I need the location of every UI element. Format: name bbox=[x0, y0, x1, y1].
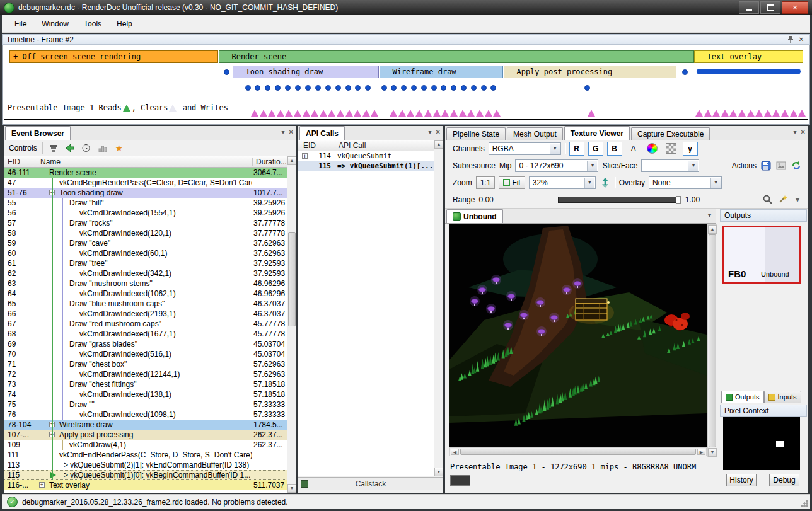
scroll-right-icon[interactable]: ▶ bbox=[697, 449, 705, 455]
read-marker-icon[interactable] bbox=[123, 105, 130, 112]
event-browser-scrollbar[interactable]: ▲ ▼ bbox=[287, 156, 296, 493]
draw-event-dot[interactable] bbox=[355, 85, 361, 91]
write-marker-triangle[interactable] bbox=[695, 110, 703, 117]
event-row[interactable]: 74vkCmdDrawIndexed(138,1)57.18518 bbox=[4, 389, 287, 399]
menu-help[interactable]: Help bbox=[110, 17, 139, 31]
event-row[interactable]: 76vkCmdDrawIndexed(1098,1)57.33333 bbox=[4, 410, 287, 420]
event-row[interactable]: 65Draw "blue mushroom caps"46.37037 bbox=[4, 299, 287, 309]
channel-alpha-button[interactable]: A bbox=[626, 142, 641, 156]
event-row[interactable]: 59Draw "cave"37.62963 bbox=[4, 238, 287, 248]
write-marker-triangle[interactable] bbox=[285, 110, 293, 117]
write-marker-triangle[interactable] bbox=[320, 110, 327, 117]
draw-event-dot[interactable] bbox=[381, 85, 387, 91]
menu-window[interactable]: Window bbox=[35, 17, 75, 31]
draw-event-dot[interactable] bbox=[584, 85, 590, 91]
write-marker-triangle[interactable] bbox=[476, 110, 484, 117]
scroll-down-icon[interactable]: ▼ bbox=[434, 468, 443, 476]
write-marker-triangle[interactable] bbox=[764, 110, 772, 117]
draw-event-dot[interactable] bbox=[471, 85, 477, 91]
statistics-icon[interactable] bbox=[97, 142, 108, 154]
time-durations-icon[interactable] bbox=[81, 142, 92, 154]
texture-view[interactable] bbox=[450, 224, 707, 447]
event-row[interactable]: 109vkCmdDraw(4,1)262.37... bbox=[4, 440, 287, 450]
write-marker-triangle[interactable] bbox=[485, 110, 492, 117]
draw-span-bar[interactable] bbox=[697, 69, 801, 74]
write-marker-triangle[interactable] bbox=[294, 110, 301, 117]
draw-event-dot[interactable] bbox=[481, 85, 487, 91]
close-icon[interactable]: ✕ bbox=[797, 35, 806, 44]
event-row[interactable]: 70vkCmdDrawIndexed(516,1)45.03704 bbox=[4, 349, 287, 359]
api-row[interactable]: 115=> vkQueueSubmit(1)[... bbox=[298, 161, 434, 171]
event-row[interactable]: 47vkCmdBeginRenderPass(C=Clear, D=Clear,… bbox=[4, 178, 287, 188]
event-row[interactable]: 72vkCmdDrawIndexed(12144,1)57.62963 bbox=[4, 369, 287, 379]
fb0-thumbnail[interactable]: FB0 Unbound bbox=[722, 226, 801, 284]
event-row[interactable]: 115=> vkQueueSubmit(1)[0]: vkBeginComman… bbox=[4, 470, 287, 480]
draw-event-dot[interactable] bbox=[295, 85, 301, 91]
panel-menu-icon[interactable]: ▾ bbox=[429, 129, 432, 135]
mip-select[interactable]: 0 - 1272x690▾ bbox=[515, 159, 598, 172]
event-row[interactable]: 67Draw "red mushroom caps"45.77778 bbox=[4, 319, 287, 329]
range-wand-icon[interactable] bbox=[777, 194, 788, 205]
write-marker-triangle[interactable] bbox=[781, 110, 789, 117]
scroll-thumb[interactable] bbox=[460, 449, 696, 455]
channel-green-button[interactable]: G bbox=[588, 142, 603, 156]
scroll-thumb[interactable] bbox=[709, 234, 716, 447]
write-marker-triangle[interactable] bbox=[450, 110, 458, 117]
open-texture-list-icon[interactable] bbox=[775, 160, 787, 171]
menu-tools[interactable]: Tools bbox=[78, 17, 108, 31]
draw-event-dot[interactable] bbox=[325, 85, 331, 91]
write-marker-triangle[interactable] bbox=[277, 110, 284, 117]
write-marker-triangle[interactable] bbox=[747, 110, 755, 117]
gamma-button[interactable]: γ bbox=[683, 142, 698, 156]
draw-event-dot[interactable] bbox=[490, 85, 496, 91]
event-row[interactable]: 56vkCmdDrawIndexed(1554,1)39.25926 bbox=[4, 208, 287, 218]
event-row[interactable]: 60vkCmdDrawIndexed(60,1)37.62963 bbox=[4, 248, 287, 258]
resize-grip[interactable] bbox=[801, 500, 809, 508]
draw-event-dot[interactable] bbox=[275, 85, 281, 91]
flip-y-icon[interactable] bbox=[600, 177, 611, 188]
custom-display-button[interactable] bbox=[645, 142, 660, 156]
expander-icon[interactable]: + bbox=[39, 482, 45, 488]
range-slider[interactable] bbox=[558, 197, 682, 203]
event-row[interactable]: 78-104+Wireframe draw1784.5... bbox=[4, 420, 287, 430]
zoom-select[interactable]: 32%▾ bbox=[529, 176, 596, 189]
draw-event-dot[interactable] bbox=[265, 85, 270, 91]
pin-icon[interactable] bbox=[786, 35, 795, 44]
event-row[interactable]: 111vkCmdEndRenderPass(C=Store, D=Store, … bbox=[4, 450, 287, 460]
write-marker-triangle[interactable] bbox=[328, 110, 335, 117]
scroll-up-icon[interactable]: ▲ bbox=[287, 156, 296, 165]
timeline-marker-bar[interactable]: - Toon shading draw bbox=[233, 66, 379, 78]
event-row[interactable]: 61Draw "tree"37.92593 bbox=[4, 258, 287, 268]
event-row[interactable]: 116-...+Text overlay511.7037 bbox=[4, 480, 287, 490]
write-marker-triangle[interactable] bbox=[433, 110, 441, 117]
expander-icon[interactable]: + bbox=[302, 153, 308, 159]
write-marker-triangle[interactable] bbox=[493, 110, 501, 117]
draw-event-dot[interactable] bbox=[441, 85, 446, 91]
event-row[interactable]: 62vkCmdDrawIndexed(342,1)37.92593 bbox=[4, 268, 287, 278]
tab-inputs[interactable]: Inputs bbox=[764, 391, 801, 403]
close-icon[interactable]: ✕ bbox=[289, 129, 294, 135]
draw-event-dot[interactable] bbox=[285, 85, 291, 91]
timeline-marker-bar[interactable]: - Apply post processing bbox=[504, 66, 676, 78]
autofit-magnifier-icon[interactable] bbox=[762, 194, 773, 205]
write-marker-triangle[interactable] bbox=[798, 110, 806, 117]
panel-menu-icon[interactable]: ▾ bbox=[794, 129, 797, 135]
draw-event-dot[interactable] bbox=[431, 85, 437, 91]
timeline-body[interactable]: + Off-screen scene rendering- Render sce… bbox=[2, 45, 810, 125]
event-row[interactable]: 73Draw "chest fittings"57.18518 bbox=[4, 379, 287, 389]
event-row[interactable]: 55Draw "hill"39.25926 bbox=[4, 198, 287, 208]
draw-event-dot[interactable] bbox=[224, 69, 229, 75]
alpha-checker-button[interactable] bbox=[664, 142, 679, 156]
event-row[interactable]: 75Draw ""57.33333 bbox=[4, 399, 287, 410]
close-icon[interactable]: ✕ bbox=[801, 129, 806, 135]
tab-texture-viewer[interactable]: Texture Viewer bbox=[564, 126, 630, 140]
draw-event-dot[interactable] bbox=[345, 85, 351, 91]
api-calls-scrollbar[interactable]: ▲ ▼ bbox=[434, 140, 443, 476]
minimize-button[interactable] bbox=[739, 1, 759, 14]
timeline-marker-bar[interactable]: - Text overlay bbox=[694, 50, 803, 63]
write-marker-triangle[interactable] bbox=[251, 110, 258, 117]
event-row[interactable]: 107-...−Apply post processing262.37... bbox=[4, 430, 287, 440]
write-marker-triangle[interactable] bbox=[755, 110, 763, 117]
texture-vscrollbar[interactable]: ▲ ▼ bbox=[707, 224, 717, 457]
tab-capture-executable[interactable]: Capture Executable bbox=[631, 127, 710, 140]
